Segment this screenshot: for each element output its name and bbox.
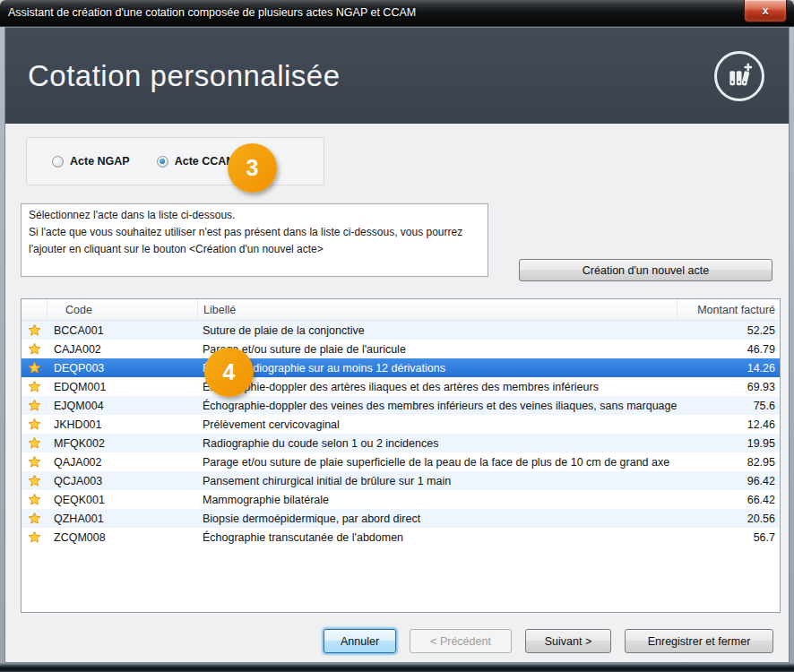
row-montant: 82.95 bbox=[677, 452, 780, 471]
radio-ngap-label: Acte NGAP bbox=[70, 155, 130, 168]
star-icon bbox=[22, 340, 47, 358]
row-montant: 56.7 bbox=[677, 528, 780, 547]
star-icon bbox=[22, 377, 47, 396]
row-montant: 66.42 bbox=[677, 490, 780, 509]
window-title: Assistant de création d'une cotation com… bbox=[8, 0, 416, 26]
row-montant: 52.25 bbox=[677, 321, 780, 340]
star-icon bbox=[22, 396, 47, 415]
radio-acte-ngap[interactable]: Acte NGAP bbox=[52, 155, 130, 168]
wizard-window: Assistant de création d'une cotation com… bbox=[0, 0, 794, 672]
radio-checked-icon bbox=[157, 156, 168, 168]
table-row[interactable]: QAJA002Parage et/ou suture de plaie supe… bbox=[22, 452, 780, 471]
cancel-button[interactable]: Annuler bbox=[324, 629, 396, 653]
row-montant: 20.56 bbox=[677, 509, 780, 528]
row-libelle: Radiographie du coude selon 1 ou 2 incid… bbox=[197, 434, 677, 452]
row-libelle: Électrocardiographie sur au moins 12 dér… bbox=[197, 358, 677, 377]
row-code: EJQM004 bbox=[47, 396, 197, 415]
table-row[interactable]: QZHA001Biopsie dermoépidermique, par abo… bbox=[22, 509, 780, 528]
row-libelle: Échographie-doppler des artères iliaques… bbox=[197, 377, 677, 396]
row-montant: 46.79 bbox=[677, 340, 780, 358]
acte-type-group: Acte NGAP Acte CCAM bbox=[26, 137, 324, 185]
row-code: BCCA001 bbox=[47, 321, 197, 340]
acts-table-header: Code Libellé Montant facturé bbox=[22, 299, 780, 321]
radio-ccam-label: Acte CCAM bbox=[175, 155, 236, 168]
row-montant: 96.42 bbox=[677, 471, 780, 490]
header-montant[interactable]: Montant facturé bbox=[677, 299, 780, 320]
row-code: QCJA003 bbox=[47, 471, 197, 490]
row-montant: 69.93 bbox=[677, 377, 780, 396]
row-libelle: Parage et/ou suture de plaie superficiel… bbox=[197, 452, 677, 471]
radio-unchecked-icon bbox=[52, 156, 64, 168]
dialog-body: Cotation personnalisée Acte NG bbox=[4, 27, 790, 663]
row-libelle: Prélèvement cervicovaginal bbox=[197, 415, 677, 434]
table-row[interactable]: CAJA002Parage et/ou suture de plaie de l… bbox=[22, 340, 780, 358]
star-icon bbox=[22, 490, 47, 509]
radio-acte-ccam[interactable]: Acte CCAM bbox=[157, 155, 236, 168]
star-icon bbox=[22, 509, 47, 528]
row-montant: 19.95 bbox=[677, 434, 780, 452]
row-code: QEQK001 bbox=[47, 490, 197, 509]
row-libelle: Pansement chirurgical initial de brûlure… bbox=[197, 471, 677, 490]
star-icon bbox=[22, 471, 47, 490]
star-icon bbox=[22, 415, 47, 434]
instructions-box: Sélectionnez l'acte dans la liste ci-des… bbox=[21, 203, 488, 277]
table-row[interactable]: MFQK002Radiographie du coude selon 1 ou … bbox=[22, 434, 780, 452]
window-bottom-frame bbox=[0, 663, 794, 672]
row-code: DEQP003 bbox=[47, 358, 197, 377]
header-code[interactable]: Code bbox=[47, 299, 197, 320]
next-button[interactable]: Suivant > bbox=[525, 629, 611, 653]
instructions-line2: Si l'acte que vous souhaitez utiliser n'… bbox=[29, 224, 480, 258]
star-icon bbox=[22, 358, 47, 377]
star-icon bbox=[22, 434, 47, 452]
row-code: EDQM001 bbox=[47, 377, 197, 396]
step-badge-4: 4 bbox=[204, 348, 254, 397]
row-libelle: Biopsie dermoépidermique, par abord dire… bbox=[197, 509, 677, 528]
table-row[interactable]: QCJA003Pansement chirurgical initial de … bbox=[22, 471, 780, 490]
row-libelle: Échographie-doppler des veines des membr… bbox=[197, 396, 677, 415]
row-montant: 12.46 bbox=[677, 415, 780, 434]
banner: Cotation personnalisée bbox=[5, 28, 789, 124]
table-row[interactable]: EDQM001Échographie-doppler des artères i… bbox=[22, 377, 780, 396]
save-and-close-button[interactable]: Enregistrer et fermer bbox=[625, 629, 773, 653]
star-icon bbox=[22, 321, 47, 340]
create-new-act-button[interactable]: Création d'un nouvel acte bbox=[519, 259, 772, 281]
row-code: ZCQM008 bbox=[47, 528, 197, 547]
close-icon[interactable]: x bbox=[744, 0, 787, 22]
row-code: CAJA002 bbox=[47, 340, 197, 358]
instructions-line1: Sélectionnez l'acte dans la liste ci-des… bbox=[29, 207, 480, 224]
title-bar: Assistant de création d'une cotation com… bbox=[0, 0, 794, 27]
row-montant: 14.26 bbox=[677, 358, 780, 377]
table-row[interactable]: ZCQM008Échographie transcutanée de l'abd… bbox=[22, 528, 780, 547]
header-libelle[interactable]: Libellé bbox=[197, 299, 677, 320]
row-libelle: Mammographie bilatérale bbox=[197, 490, 677, 509]
row-libelle: Suture de plaie de la conjonctive bbox=[197, 321, 677, 340]
row-montant: 75.6 bbox=[677, 396, 780, 415]
row-code: JKHD001 bbox=[47, 415, 197, 434]
acts-table: Code Libellé Montant facturé BCCA001Sutu… bbox=[21, 298, 781, 613]
header-star-column[interactable] bbox=[22, 299, 47, 320]
star-icon bbox=[22, 452, 47, 471]
row-code: QAJA002 bbox=[47, 452, 197, 471]
row-code: QZHA001 bbox=[47, 509, 197, 528]
row-code: MFQK002 bbox=[47, 434, 197, 452]
row-libelle: Parage et/ou suture de plaie de l'auricu… bbox=[197, 340, 677, 358]
table-row[interactable]: EJQM004Échographie-doppler des veines de… bbox=[22, 396, 780, 415]
star-icon bbox=[22, 528, 47, 547]
step-badge-3: 3 bbox=[228, 143, 277, 193]
table-row[interactable]: JKHD001Prélèvement cervicovaginal12.46 bbox=[22, 415, 780, 434]
page-title: Cotation personnalisée bbox=[28, 59, 341, 93]
table-row[interactable]: QEQK001Mammographie bilatérale66.42 bbox=[22, 490, 780, 509]
acts-table-body: BCCA001Suture de plaie de la conjonctive… bbox=[22, 321, 780, 547]
books-plus-icon bbox=[714, 51, 764, 101]
previous-button[interactable]: < Précédent bbox=[410, 629, 512, 653]
row-libelle: Échographie transcutanée de l'abdomen bbox=[197, 528, 677, 547]
table-row[interactable]: BCCA001Suture de plaie de la conjonctive… bbox=[22, 321, 780, 340]
table-row[interactable]: DEQP003Électrocardiographie sur au moins… bbox=[22, 358, 780, 377]
